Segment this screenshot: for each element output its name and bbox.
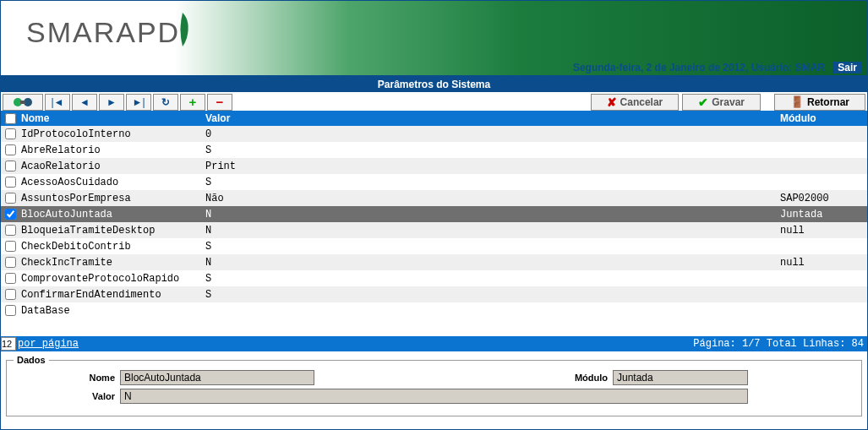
add-button[interactable]: + bbox=[180, 94, 205, 111]
cell-nome: AcessoAosCuidado bbox=[19, 177, 204, 188]
cell-nome: AssuntosPorEmpresa bbox=[19, 193, 204, 204]
table-row[interactable]: CheckIncTramiteNnull bbox=[1, 254, 867, 270]
label-nome: Nome bbox=[14, 373, 115, 383]
form-legend: Dados bbox=[14, 355, 49, 365]
cell-valor: S bbox=[204, 289, 778, 301]
table-row[interactable]: IdProtocoloInterno0 bbox=[1, 126, 867, 142]
toolbar: |◄ ◄ ► ►| ↻ + − ✘ Cancelar ✔ Gravar 🚪 Re… bbox=[1, 92, 867, 111]
cell-valor: S bbox=[204, 177, 778, 188]
cancel-button[interactable]: ✘ Cancelar bbox=[591, 94, 680, 111]
cancel-label: Cancelar bbox=[620, 96, 663, 108]
page-info: Página: 1/7 Total Linhas: 84 bbox=[693, 338, 864, 350]
cell-valor: N bbox=[204, 209, 778, 220]
return-button[interactable]: 🚪 Retornar bbox=[774, 94, 865, 111]
cell-valor: Print bbox=[204, 161, 778, 172]
field-nome[interactable] bbox=[120, 370, 314, 385]
return-icon: 🚪 bbox=[790, 95, 804, 108]
cell-nome: ComprovanteProtocoloRapido bbox=[19, 273, 204, 285]
next-button[interactable]: ► bbox=[99, 94, 124, 111]
last-button[interactable]: ►| bbox=[126, 94, 151, 111]
table-row[interactable]: AbreRelatorioS bbox=[1, 142, 867, 158]
row-checkbox[interactable] bbox=[5, 193, 16, 204]
row-checkbox[interactable] bbox=[5, 241, 16, 252]
table-row[interactable]: BlocAutoJuntadaNJuntada bbox=[1, 206, 867, 222]
grid-header: Nome Valor Módulo bbox=[1, 111, 867, 126]
table-row[interactable]: BloqueiaTramiteDesktopNnull bbox=[1, 222, 867, 238]
col-header-modulo[interactable]: Módulo bbox=[778, 111, 867, 126]
per-page-label[interactable]: por página bbox=[18, 338, 79, 350]
label-valor: Valor bbox=[14, 391, 115, 401]
row-checkbox[interactable] bbox=[5, 273, 16, 284]
exit-button[interactable]: Sair bbox=[833, 62, 862, 73]
cell-valor: N bbox=[204, 225, 778, 237]
row-checkbox[interactable] bbox=[5, 225, 16, 236]
window-title: Parâmetros do Sistema bbox=[1, 77, 867, 92]
svg-rect-2 bbox=[20, 101, 25, 104]
cell-nome: AbreRelatorio bbox=[19, 144, 204, 156]
cell-nome: IdProtocoloInterno bbox=[19, 128, 204, 140]
cell-nome: CheckDebitoContrib bbox=[19, 241, 204, 253]
save-icon: ✔ bbox=[698, 95, 708, 109]
cell-valor: N bbox=[204, 257, 778, 269]
cell-modulo: null bbox=[778, 257, 867, 269]
row-checkbox[interactable] bbox=[5, 161, 16, 171]
cell-nome: ConfirmarEndAtendimento bbox=[19, 289, 204, 301]
table-row[interactable]: AssuntosPorEmpresaNãoSAP02000 bbox=[1, 190, 867, 206]
row-checkbox[interactable] bbox=[5, 257, 16, 268]
cell-nome: AcaoRelatorio bbox=[19, 161, 204, 172]
cell-valor: S bbox=[204, 144, 778, 156]
table-row[interactable]: AcaoRelatorioPrint bbox=[1, 158, 867, 174]
status-text: Segunda-feira, 2 de Janeiro de 2012, Usu… bbox=[573, 62, 825, 73]
table-row[interactable]: AcessoAosCuidadoS bbox=[1, 174, 867, 190]
cell-nome: DataBase bbox=[19, 305, 204, 317]
prev-button[interactable]: ◄ bbox=[72, 94, 97, 111]
row-checkbox[interactable] bbox=[5, 209, 16, 220]
grid-body: IdProtocoloInterno0AbreRelatorioSAcaoRel… bbox=[1, 126, 867, 318]
logo-text: SMARAPD bbox=[26, 16, 180, 49]
return-label: Retornar bbox=[807, 96, 849, 108]
save-label: Gravar bbox=[712, 96, 745, 108]
row-checkbox[interactable] bbox=[5, 289, 16, 300]
cell-modulo: Juntada bbox=[778, 209, 867, 220]
cell-nome: BloqueiaTramiteDesktop bbox=[19, 225, 204, 237]
row-checkbox[interactable] bbox=[5, 144, 16, 155]
col-header-nome[interactable]: Nome bbox=[19, 111, 204, 126]
cell-modulo: SAP02000 bbox=[778, 193, 867, 204]
cell-valor: S bbox=[204, 241, 778, 253]
table-row[interactable]: ConfirmarEndAtendimentoS bbox=[1, 286, 867, 302]
form-dados: Dados Nome Módulo Valor bbox=[6, 355, 862, 416]
col-header-valor[interactable]: Valor bbox=[204, 111, 778, 126]
save-button[interactable]: ✔ Gravar bbox=[682, 94, 761, 111]
row-checkbox[interactable] bbox=[5, 305, 16, 316]
field-modulo[interactable] bbox=[613, 370, 748, 385]
table-row[interactable]: CheckDebitoContribS bbox=[1, 238, 867, 254]
first-button[interactable]: |◄ bbox=[45, 94, 70, 111]
table-row[interactable]: DataBase bbox=[1, 302, 867, 318]
table-row[interactable]: ComprovanteProtocoloRapidoS bbox=[1, 270, 867, 286]
cell-modulo: null bbox=[778, 225, 867, 237]
cell-valor: S bbox=[204, 273, 778, 285]
search-button[interactable] bbox=[3, 94, 43, 111]
row-checkbox[interactable] bbox=[5, 128, 16, 139]
select-all-checkbox[interactable] bbox=[5, 113, 16, 124]
cell-valor: 0 bbox=[204, 128, 778, 140]
remove-button[interactable]: − bbox=[207, 94, 232, 111]
refresh-button[interactable]: ↻ bbox=[153, 94, 178, 111]
cell-valor: Não bbox=[204, 193, 778, 204]
per-page-input[interactable] bbox=[1, 337, 16, 351]
field-valor[interactable] bbox=[120, 389, 748, 404]
app-header: SMARAPD Segunda-feira, 2 de Janeiro de 2… bbox=[1, 1, 867, 77]
row-checkbox[interactable] bbox=[5, 177, 16, 188]
cell-nome: BlocAutoJuntada bbox=[19, 209, 204, 220]
binoculars-icon bbox=[11, 96, 35, 108]
cell-nome: CheckIncTramite bbox=[19, 257, 204, 269]
logo: SMARAPD bbox=[26, 16, 180, 49]
horizontal-scrollbar[interactable] bbox=[1, 322, 867, 336]
status-line: Segunda-feira, 2 de Janeiro de 2012, Usu… bbox=[573, 62, 862, 73]
leaf-icon bbox=[170, 4, 195, 48]
pager: por página Página: 1/7 Total Linhas: 84 bbox=[1, 336, 867, 351]
label-modulo: Módulo bbox=[565, 373, 608, 383]
cancel-icon: ✘ bbox=[607, 95, 617, 109]
